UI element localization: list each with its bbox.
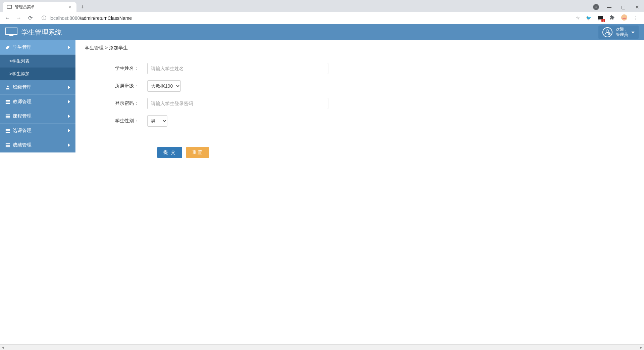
arrow-right-icon xyxy=(68,100,70,103)
logo-monitor-icon xyxy=(5,28,17,37)
user-icon xyxy=(5,85,10,90)
svg-rect-13 xyxy=(6,103,10,104)
task-icon xyxy=(5,114,10,119)
menu-label: 选课管理 xyxy=(13,128,32,134)
svg-rect-22 xyxy=(6,146,10,147)
app-header: 学生管理系统 欢迎， 管理员 xyxy=(0,24,644,40)
password-label: 登录密码： xyxy=(115,100,147,106)
svg-rect-20 xyxy=(6,143,10,144)
address-bar: ← → ⟳ ⓘ localhost:8080/admin/returnClass… xyxy=(0,12,644,24)
url-text: localhost:8080/admin/returnClassName xyxy=(50,15,132,21)
back-icon[interactable]: ← xyxy=(4,15,11,21)
class-select[interactable]: 大数据1902 xyxy=(147,80,181,92)
maximize-icon[interactable]: ▢ xyxy=(619,4,627,10)
button-row: 提 交 重置 xyxy=(115,147,635,158)
browser-chrome: 管理员菜单 × + — ▢ ✕ ← → ⟳ ⓘ localhost:8080/a… xyxy=(0,0,644,24)
form-row-class: 所属班级： 大数据1902 xyxy=(115,80,635,92)
task-icon xyxy=(5,99,10,104)
horizontal-scrollbar[interactable]: ◄ ► xyxy=(0,344,644,350)
url-input[interactable]: ⓘ localhost:8080/admin/returnClassName xyxy=(38,13,571,23)
arrow-right-icon xyxy=(68,46,70,49)
svg-rect-18 xyxy=(6,130,10,131)
user-avatar-icon xyxy=(602,27,612,37)
window-controls: — ▢ ✕ xyxy=(593,4,644,10)
name-label: 学生姓名： xyxy=(115,65,147,72)
menu-label: 课程管理 xyxy=(13,113,32,119)
svg-rect-1 xyxy=(8,9,10,9)
caret-down-icon xyxy=(631,32,635,33)
sidebar-item-student[interactable]: 学生管理 xyxy=(0,40,75,55)
gender-label: 学生性别： xyxy=(115,118,147,124)
svg-point-2 xyxy=(595,6,596,7)
extensions-puzzle-icon[interactable] xyxy=(609,15,615,21)
submit-button[interactable]: 提 交 xyxy=(157,147,182,158)
scroll-right-icon[interactable]: ► xyxy=(638,346,644,349)
sidebar-subitem-student-list[interactable]: >学生列表 xyxy=(0,55,75,68)
tab-favicon-icon xyxy=(7,4,12,10)
gender-select[interactable]: 男 xyxy=(147,115,167,127)
svg-rect-21 xyxy=(6,145,10,146)
profile-avatar-icon[interactable] xyxy=(621,14,628,22)
profile-icon[interactable] xyxy=(593,4,599,10)
tab-close-icon[interactable]: × xyxy=(67,4,72,10)
arrow-right-icon xyxy=(68,129,70,132)
user-menu[interactable]: 欢迎， 管理员 xyxy=(598,26,639,39)
arrow-right-icon xyxy=(68,86,70,89)
password-input[interactable] xyxy=(147,98,328,109)
forward-icon: → xyxy=(15,15,22,21)
form-row-gender: 学生性别： 男 xyxy=(115,115,635,127)
menu-label: 成绩管理 xyxy=(13,142,32,148)
browser-tab[interactable]: 管理员菜单 × xyxy=(3,2,76,12)
svg-rect-5 xyxy=(6,28,17,35)
student-name-input[interactable] xyxy=(147,63,328,74)
svg-point-10 xyxy=(7,86,8,87)
minimize-icon[interactable]: — xyxy=(605,4,613,10)
leaf-icon xyxy=(5,45,10,50)
layout: 学生管理 >学生列表 >学生添加 班级管理 教师管理 课程管理 选课管理 xyxy=(0,40,644,344)
svg-rect-0 xyxy=(7,5,11,8)
breadcrumb: 学生管理 > 添加学生 xyxy=(85,45,635,56)
scroll-left-icon[interactable]: ◄ xyxy=(0,346,6,349)
address-bar-icons: ☆ 🐦 1 ⋮ xyxy=(576,14,640,22)
arrow-right-icon xyxy=(68,115,70,118)
app-title: 学生管理系统 xyxy=(21,28,62,37)
extension-chat-icon[interactable]: 1 xyxy=(597,15,603,21)
sidebar-item-teacher[interactable]: 教师管理 xyxy=(0,95,75,109)
reload-icon[interactable]: ⟳ xyxy=(27,15,34,21)
reset-button[interactable]: 重置 xyxy=(186,147,209,158)
svg-rect-16 xyxy=(6,118,10,119)
svg-rect-11 xyxy=(6,100,10,101)
user-text: 欢迎， 管理员 xyxy=(616,27,628,37)
svg-rect-15 xyxy=(6,116,10,117)
sidebar-item-class[interactable]: 班级管理 xyxy=(0,80,75,95)
menu-label: 班级管理 xyxy=(13,84,32,90)
task-icon xyxy=(5,143,10,147)
sidebar-subitem-student-add[interactable]: >学生添加 xyxy=(0,68,75,80)
svg-rect-19 xyxy=(6,132,10,133)
svg-rect-17 xyxy=(6,129,10,130)
tab-title: 管理员菜单 xyxy=(15,4,67,10)
extension-badge: 1 xyxy=(601,19,605,22)
task-icon xyxy=(5,128,10,133)
bookmark-star-icon[interactable]: ☆ xyxy=(576,15,580,20)
svg-point-8 xyxy=(606,30,609,33)
menu-label: 教师管理 xyxy=(13,99,32,105)
svg-rect-7 xyxy=(11,35,12,36)
svg-rect-12 xyxy=(6,101,10,102)
main-content: 学生管理 > 添加学生 学生姓名： 所属班级： 大数据1902 登录密码： 学生… xyxy=(75,40,644,344)
sidebar-item-enroll[interactable]: 选课管理 xyxy=(0,124,75,138)
new-tab-button[interactable]: + xyxy=(76,4,88,11)
form-row-name: 学生姓名： xyxy=(115,63,635,74)
extension-bird-icon[interactable]: 🐦 xyxy=(586,15,591,20)
sidebar-item-course[interactable]: 课程管理 xyxy=(0,109,75,124)
svg-rect-14 xyxy=(6,115,10,116)
menu-kebab-icon[interactable]: ⋮ xyxy=(634,15,638,20)
site-info-icon[interactable]: ⓘ xyxy=(42,15,46,21)
sidebar-item-grade[interactable]: 成绩管理 xyxy=(0,138,75,152)
form-row-password: 登录密码： xyxy=(115,98,635,109)
close-window-icon[interactable]: ✕ xyxy=(633,4,641,10)
sidebar: 学生管理 >学生列表 >学生添加 班级管理 教师管理 课程管理 选课管理 xyxy=(0,40,75,344)
svg-point-4 xyxy=(621,14,627,20)
arrow-right-icon xyxy=(68,143,70,147)
add-student-form: 学生姓名： 所属班级： 大数据1902 登录密码： 学生性别： 男 提 交 xyxy=(85,63,635,158)
